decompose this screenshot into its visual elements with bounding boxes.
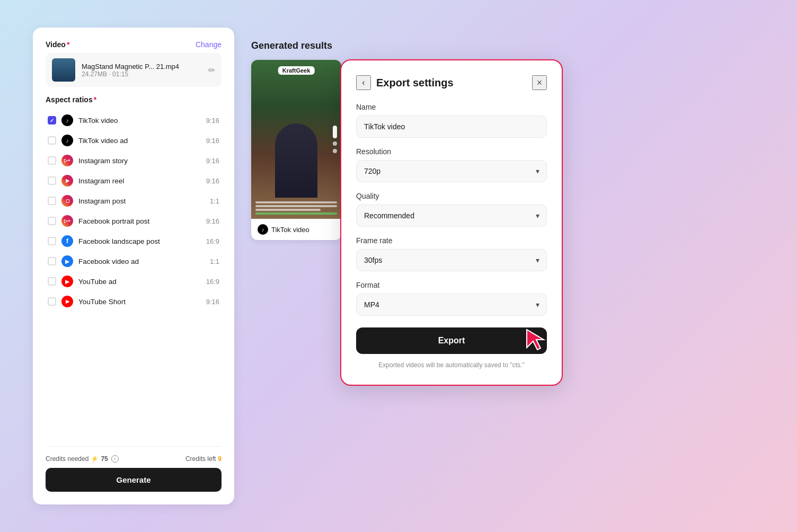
aspect-name-tiktok-video-ad: TikTok video ad [78,137,201,145]
frame-rate-select[interactable]: 30fps [356,249,547,271]
frame-rate-label: Frame rate [356,236,547,245]
aspect-name-instagram-story: Instagram story [78,157,201,165]
aspect-ratio-tiktok-video-ad: 9:16 [206,137,219,145]
info-icon[interactable]: i [111,455,119,463]
aspect-item-instagram-post[interactable]: ◻ Instagram post 1:1 [46,191,222,211]
export-dialog: ‹ Export settings × Name Resolution 720p… [340,59,563,386]
quality-group: Quality Recommended ▾ [356,192,547,227]
generate-button[interactable]: Generate [46,468,222,492]
checkbox-youtube-short[interactable] [48,297,56,306]
checkbox-tiktok-video[interactable] [48,116,56,125]
tiktok-label-icon: ♪ [258,224,268,235]
aspect-item-facebook-portrait[interactable]: ▷+ Facebook portrait post 9:16 [46,211,222,231]
video-preview-card: KraftGeek [251,60,341,240]
video-thumbnail [52,58,75,82]
aspect-item-tiktok-video[interactable]: ♪ TikTok video 9:16 [46,110,222,130]
facebook-portrait-icon: ▷+ [61,215,73,227]
credits-icon: ⚡ [91,455,99,463]
aspect-ratio-facebook-landscape: 16:9 [206,237,219,245]
right-panel: Generated results KraftGeek [234,28,764,504]
checkbox-facebook-portrait[interactable] [48,217,56,225]
close-button[interactable]: × [532,75,547,90]
dialog-header: ‹ Export settings × [356,75,547,90]
instagram-story-icon: ▷+ [61,155,73,166]
name-group: Name [356,103,547,138]
checkbox-instagram-reel[interactable] [48,176,56,185]
resolution-select[interactable]: 720p [356,160,547,182]
checkbox-tiktok-video-ad[interactable] [48,136,56,145]
aspect-ratio-instagram-post: 1:1 [210,197,219,205]
aspect-ratio-instagram-story: 9:16 [206,157,219,165]
video-info: MagStand Magnetic P... 21.mp4 24.27MB · … [82,63,202,78]
side-dot-active [333,126,337,138]
quality-select[interactable]: Recommended [356,205,547,227]
preview-line-3 [255,209,321,211]
checkbox-youtube-ad[interactable] [48,277,56,286]
checkbox-instagram-story[interactable] [48,156,56,165]
aspect-ratio-youtube-ad: 16:9 [206,278,219,286]
aspect-ratios-section: Aspect ratios* ♪ TikTok video 9:16 ♪ Tik… [46,95,222,438]
facebook-landscape-icon: f [61,235,73,247]
svg-marker-0 [527,330,544,350]
dialog-title: Export settings [376,77,454,89]
export-button[interactable]: Export [356,327,547,354]
resolution-select-wrapper: 720p ▾ [356,160,547,182]
aspect-item-facebook-landscape[interactable]: f Facebook landscape post 16:9 [46,231,222,251]
instagram-reel-icon: ▶ [61,175,73,187]
left-panel: Video* Change MagStand Magnetic P... 21.… [33,28,234,504]
edit-icon[interactable]: ✏ [208,65,215,75]
side-dot-1 [333,141,337,146]
side-dot-2 [333,149,337,153]
aspect-name-instagram-reel: Instagram reel [78,177,201,185]
frame-rate-group: Frame rate 30fps ▾ [356,236,547,271]
credits-bar: Credits needed ⚡ 75 i Credits left 9 [46,446,222,463]
aspect-item-youtube-ad[interactable]: ▶ YouTube ad 16:9 [46,271,222,291]
aspect-ratio-facebook-portrait: 9:16 [206,217,219,225]
video-label: Video* [46,40,69,49]
credits-needed: Credits needed ⚡ 75 i [46,455,119,463]
credits-left: Credits left 9 [185,455,222,463]
brand-logo: KraftGeek [278,66,315,75]
aspect-item-tiktok-video-ad[interactable]: ♪ TikTok video ad 9:16 [46,130,222,150]
results-title: Generated results [251,40,747,51]
name-input[interactable] [356,116,547,138]
youtube-short-icon: ▶ [61,296,73,307]
cursor-arrow-icon [525,327,546,351]
tiktok-icon: ♪ [61,114,73,126]
facebook-video-ad-icon: ▶ [61,255,73,267]
back-button[interactable]: ‹ [356,75,371,90]
youtube-ad-icon: ▶ [61,276,73,287]
aspect-name-youtube-ad: YouTube ad [78,278,201,286]
name-label: Name [356,103,547,111]
instagram-post-icon: ◻ [61,195,73,207]
aspect-name-facebook-video-ad: Facebook video ad [78,258,205,265]
aspect-ratios-label: Aspect ratios* [46,95,222,104]
preview-line-accent [255,212,337,215]
aspect-name-facebook-portrait: Facebook portrait post [78,217,201,225]
cursor-container [525,327,546,353]
aspect-ratios-list: ♪ TikTok video 9:16 ♪ TikTok video ad 9:… [46,110,222,312]
format-select[interactable]: MP4 [356,294,547,316]
video-preview-overlay [251,197,341,219]
aspect-name-instagram-post: Instagram post [78,197,205,205]
checkbox-facebook-video-ad[interactable] [48,257,56,265]
aspect-item-facebook-video-ad[interactable]: ▶ Facebook video ad 1:1 [46,251,222,271]
checkbox-facebook-landscape[interactable] [48,237,56,245]
aspect-item-youtube-short[interactable]: ▶ YouTube Short 9:16 [46,291,222,312]
video-preview-thumbnail: KraftGeek [251,60,341,219]
preview-lines [255,201,337,215]
resolution-label: Resolution [356,147,547,156]
side-dots [333,126,337,153]
aspect-item-instagram-reel[interactable]: ▶ Instagram reel 9:16 [46,171,222,191]
quality-label: Quality [356,192,547,200]
video-preview-label: ♪ TikTok video [251,219,341,240]
checkbox-instagram-post[interactable] [48,197,56,205]
frame-rate-select-wrapper: 30fps ▾ [356,249,547,271]
aspect-item-instagram-story[interactable]: ▷+ Instagram story 9:16 [46,150,222,171]
aspect-name-youtube-short: YouTube Short [78,298,201,306]
export-note: Exported videos will be automatically sa… [356,360,547,370]
aspect-ratio-tiktok-video: 9:16 [206,117,219,125]
person-silhouette [275,123,317,198]
change-video-link[interactable]: Change [196,40,222,49]
video-thumb-inner [52,58,75,82]
